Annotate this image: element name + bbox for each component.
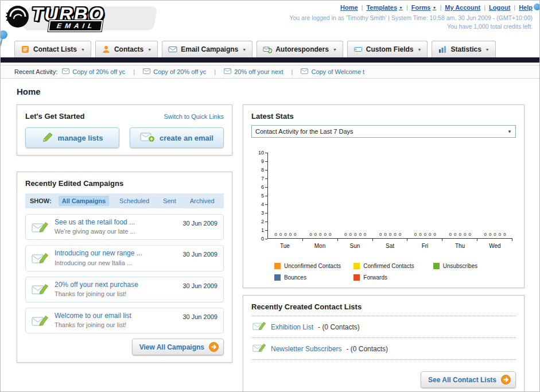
envelope-pencil-icon xyxy=(32,221,49,234)
campaign-subtitle: We're giving away our late ... xyxy=(55,227,177,236)
top-link-my-account[interactable]: My Account xyxy=(445,4,480,11)
chart-value-label: 0 xyxy=(349,232,351,237)
logo-swirl-icon xyxy=(5,4,30,32)
create-email-button[interactable]: create an email xyxy=(130,127,224,148)
chart-value-label: 0 xyxy=(384,232,386,237)
caret-down-icon: ▼ xyxy=(333,48,337,52)
separator xyxy=(288,68,297,75)
chart-y-tick: 2 xyxy=(261,219,267,224)
tab-contact-lists[interactable]: Contact Lists ▼ xyxy=(14,41,91,57)
arrow-right-icon xyxy=(209,342,219,352)
top-nav: Home Templates▼ Forms▼ My Account Logout… xyxy=(289,4,533,11)
chart-value-label: 0 xyxy=(319,232,321,237)
latest-stats-panel: Latest Stats Contact Activity for the La… xyxy=(243,104,525,288)
switch-quick-links-link[interactable]: Switch to Quick Links xyxy=(164,113,224,120)
separator xyxy=(358,4,367,11)
campaign-row[interactable]: See us at the retail food ... We're givi… xyxy=(25,214,224,240)
chart-value-label: 0 xyxy=(279,232,282,237)
tab-statistics[interactable]: Statistics ▼ xyxy=(432,41,495,57)
see-all-contact-lists-button[interactable]: See All Contact Lists xyxy=(421,371,516,388)
caret-down-icon: ▼ xyxy=(418,48,422,52)
login-status: You are logged in as 'Timothy Smith' | S… xyxy=(289,14,533,21)
tab-email-campaigns[interactable]: Email Campaigns ▼ xyxy=(162,41,252,57)
chart-value-label: 0 xyxy=(274,232,277,237)
recent-activity-item[interactable]: 20% off your next xyxy=(224,68,283,75)
chart-y-axis: 109876543210 xyxy=(252,153,267,239)
chart-bar-group: 00000 xyxy=(373,153,408,238)
filter-sent[interactable]: Sent xyxy=(160,196,180,206)
chart-y-tick: 5 xyxy=(261,193,267,199)
top-link-logout[interactable]: Logout xyxy=(489,4,510,11)
contact-list-item: Exhibition List - (0 Contacts) xyxy=(251,316,516,338)
chart-plot: 00000000000000000000000000000000000 xyxy=(267,153,512,239)
credits-info: You have 1,000 total credits left. xyxy=(289,23,533,30)
show-label: SHOW: xyxy=(30,197,52,204)
top-link-home[interactable]: Home xyxy=(340,4,358,11)
main-content: Home Let's Get Started Switch to Quick L… xyxy=(1,79,539,392)
filter-scheduled[interactable]: Scheduled xyxy=(116,196,153,206)
chart-value-label: 0 xyxy=(344,232,347,237)
campaign-link[interactable]: Introducing our new range ... xyxy=(55,249,177,258)
chart-value-label: 0 xyxy=(284,232,286,237)
tab-autoresponders[interactable]: Autoresponders ▼ xyxy=(257,41,343,57)
chart-value-label: 0 xyxy=(499,232,501,237)
caret-down-icon: ▼ xyxy=(147,48,151,52)
campaign-row[interactable]: Introducing our new range ... Introducin… xyxy=(25,245,224,271)
view-all-campaigns-button[interactable]: View All Campaigns xyxy=(132,339,224,355)
legend-label: Confirmed Contacts xyxy=(363,263,414,269)
page-title: Home xyxy=(17,87,525,96)
top-link-forms[interactable]: Forms▼ xyxy=(411,4,437,11)
separator xyxy=(403,4,411,11)
envelope-pencil-icon xyxy=(32,283,49,296)
chart-value-label: 0 xyxy=(414,232,417,237)
chart-value-label: 0 xyxy=(449,232,452,237)
filter-all-campaigns[interactable]: All Campaigns xyxy=(59,196,109,206)
chart-value-label: 0 xyxy=(394,232,396,237)
envelope-plus-icon xyxy=(140,131,155,145)
chart-value-label: 0 xyxy=(294,232,296,237)
top-link-help[interactable]: Help xyxy=(519,4,533,11)
campaign-link[interactable]: 20% off your next purchase xyxy=(55,280,177,290)
top-link-templates[interactable]: Templates▼ xyxy=(366,4,403,11)
chart-value-label: 0 xyxy=(329,232,331,237)
campaigns-panel: Recently Edited Campaigns SHOW: All Camp… xyxy=(17,172,232,363)
tab-custom-fields[interactable]: Custom Fields ▼ xyxy=(347,41,428,57)
manage-lists-button[interactable]: manage lists xyxy=(25,127,119,148)
campaign-date: 30 Jun 2009 xyxy=(182,220,217,227)
campaign-date: 30 Jun 2009 xyxy=(182,313,217,320)
contact-lists-icon xyxy=(21,45,30,54)
recent-activity-item[interactable]: Copy of Welcome t xyxy=(301,68,364,75)
chart-x-label: Sun xyxy=(337,243,372,249)
recent-activity-item[interactable]: Copy of 20% off yc xyxy=(143,68,206,75)
legend-item: Confirmed Contacts xyxy=(353,263,433,269)
contact-list-item: Newsletter Subscribers - (0 Contacts) xyxy=(251,338,516,360)
filter-archived[interactable]: Archived xyxy=(187,196,218,206)
chart-value-label: 0 xyxy=(354,232,356,237)
chart-x-label: Wed xyxy=(477,243,512,249)
dropdown-arrow-icon: ▼ xyxy=(507,129,512,134)
chart-y-tick: 6 xyxy=(261,184,267,190)
logo-line2: EMAIL xyxy=(49,21,102,30)
campaign-link[interactable]: See us at the retail food ... xyxy=(55,218,177,227)
contact-list-link[interactable]: Newsletter Subscribers xyxy=(271,345,341,353)
contacts-icon xyxy=(102,45,111,54)
contact-list-count: - (0 Contacts) xyxy=(318,323,360,331)
contact-list-link[interactable]: Exhibition List xyxy=(271,323,313,331)
chart-value-label: 0 xyxy=(494,232,496,237)
recent-activity-item[interactable]: Copy of 20% off yc xyxy=(62,68,125,75)
campaign-row[interactable]: Welcome to our email list Thanks for joi… xyxy=(25,308,224,333)
get-started-title: Let's Get Started xyxy=(25,112,85,121)
campaign-link[interactable]: Welcome to our email list xyxy=(55,311,177,321)
chart-x-label: Mon xyxy=(302,243,337,249)
chart-value-label: 0 xyxy=(424,232,426,237)
chart-bar-group: 00000 xyxy=(442,153,477,238)
caret-down-icon: ▼ xyxy=(81,48,85,52)
chart-x-label: Thu xyxy=(442,243,477,249)
campaign-row[interactable]: 20% off your next purchase Thanks for jo… xyxy=(25,277,224,302)
envelope-icon xyxy=(224,68,231,75)
stats-period-select[interactable]: Contact Activity for the Last 7 Days ▼ xyxy=(251,125,516,138)
nav-underline-bar xyxy=(1,57,539,63)
app-logo: TURBO EMAIL xyxy=(5,2,104,34)
tab-contacts[interactable]: Contacts ▼ xyxy=(95,41,158,57)
contact-lists-panel: Recently Created Contact Lists Exhibitio… xyxy=(243,295,525,392)
